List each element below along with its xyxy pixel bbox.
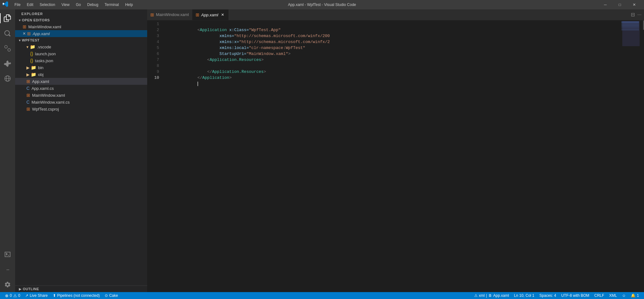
attr-xclass: x:Class= bbox=[227, 28, 249, 32]
minimap bbox=[621, 20, 640, 292]
settings-activity-icon[interactable] bbox=[0, 277, 15, 292]
outline-chevron: ▶ bbox=[19, 287, 22, 291]
tasks-json-file[interactable]: {} tasks.json bbox=[15, 57, 147, 64]
status-notifications[interactable]: 🔔 1 bbox=[628, 292, 641, 299]
open-editor-mainwindow[interactable]: ⊞ MainWindow.xaml bbox=[15, 23, 147, 30]
bin-expand-icon: ▶ bbox=[26, 65, 30, 70]
open-editor-mainwindow-name: MainWindow.xaml bbox=[28, 24, 61, 29]
line-numbers: 1 2 3 4 5 6 7 8 9 10 bbox=[147, 20, 163, 292]
cake-label: Cake bbox=[109, 293, 118, 298]
status-errors[interactable]: ⊗ 0 ⚠ 0 bbox=[3, 292, 23, 299]
wpftest-header[interactable]: ▾ WPFTEST bbox=[15, 37, 147, 43]
remote-activity-icon[interactable] bbox=[0, 71, 15, 86]
terminal-activity-icon[interactable] bbox=[0, 247, 15, 262]
obj-folder[interactable]: ▶ 📁 obj bbox=[15, 71, 147, 78]
status-smiley[interactable]: ☺ bbox=[619, 292, 628, 299]
menu-terminal[interactable]: Terminal bbox=[102, 2, 121, 8]
sep: | bbox=[486, 293, 487, 298]
mainwindow-cs-name: MainWindow.xaml.cs bbox=[31, 100, 69, 105]
tab-mainwindow[interactable]: ⊞ MainWindow.xaml bbox=[147, 9, 192, 20]
minimize-button[interactable]: ─ bbox=[598, 0, 613, 9]
menu-help[interactable]: Help bbox=[123, 2, 136, 8]
source-control-activity-icon[interactable] bbox=[0, 41, 15, 56]
text-cursor bbox=[197, 82, 198, 86]
menu-file[interactable]: File bbox=[12, 2, 23, 8]
status-spaces[interactable]: Spaces: 4 bbox=[537, 292, 558, 299]
status-xmllang[interactable]: ⚠ xml | 🗎 App.xaml bbox=[472, 292, 512, 299]
csproj-icon: ⊞ bbox=[26, 106, 30, 111]
titlebar-window-controls: ─ □ ✕ bbox=[598, 0, 641, 9]
mainwindow-xaml-file[interactable]: ⊞ MainWindow.xaml bbox=[15, 92, 147, 99]
menu-edit[interactable]: Edit bbox=[24, 2, 36, 8]
warning-icon: ⚠ bbox=[13, 293, 17, 298]
mainwindow-xaml-name: MainWindow.xaml bbox=[32, 93, 65, 98]
main-container: ··· EXPLORER ▾ OPEN EDITORS ⊞ MainWindow… bbox=[0, 9, 644, 299]
file-tree: ▾ 📁 .vscode {} launch.json {} tasks.json… bbox=[15, 43, 147, 285]
open-editor-appxaml[interactable]: ✕ ⊞ App.xaml bbox=[15, 30, 147, 37]
tab-close-button[interactable]: ✕ bbox=[220, 12, 225, 17]
menu-view[interactable]: View bbox=[59, 2, 72, 8]
extensions-activity-icon[interactable] bbox=[0, 56, 15, 71]
status-pipelines[interactable]: ⬆ Pipelines (not connected) bbox=[50, 292, 102, 299]
more-tabs-button[interactable]: ··· bbox=[637, 12, 641, 18]
explorer-activity-icon[interactable] bbox=[0, 11, 15, 26]
status-liveshare[interactable]: ↗ Live Share bbox=[23, 292, 50, 299]
code-editor[interactable]: <Application x:Class="WpfTest.App" xmlns… bbox=[163, 20, 621, 292]
status-position[interactable]: Ln 10, Col 1 bbox=[512, 292, 537, 299]
attr-xmlnsx: xmlns:x= bbox=[197, 40, 239, 44]
bin-folder-icon: 📁 bbox=[31, 65, 36, 70]
tabs-right-controls: ⊟ ··· bbox=[628, 9, 644, 20]
workspace: ··· EXPLORER ▾ OPEN EDITORS ⊞ MainWindow… bbox=[0, 9, 644, 292]
tag-application: Application bbox=[200, 28, 227, 32]
tabs-bar: ⊞ MainWindow.xaml ⊞ App.xaml ✕ ⊟ ··· bbox=[147, 9, 644, 20]
more-activity-icon[interactable]: ··· bbox=[0, 262, 15, 277]
menu-selection[interactable]: Selection bbox=[37, 2, 58, 8]
attr-xmlnslocal: xmlns:local= bbox=[197, 46, 249, 50]
spaces-label: Spaces: 4 bbox=[539, 293, 556, 298]
close-file-icon[interactable]: ✕ bbox=[23, 31, 26, 36]
outline-header[interactable]: ▶ OUTLINE bbox=[15, 286, 147, 292]
titlebar-menu: File Edit Selection View Go Debug Termin… bbox=[12, 2, 136, 8]
bin-folder[interactable]: ▶ 📁 bin bbox=[15, 64, 147, 71]
menu-debug[interactable]: Debug bbox=[85, 2, 101, 8]
tab-mainwindow-label: MainWindow.xaml bbox=[156, 12, 189, 17]
xml-lang-label: xml bbox=[479, 293, 485, 298]
error-icon: ⊗ bbox=[5, 293, 8, 298]
vscode-folder[interactable]: ▾ 📁 .vscode bbox=[15, 43, 147, 50]
tag-application-close: Application bbox=[202, 75, 229, 80]
titlebar: File Edit Selection View Go Debug Termin… bbox=[0, 0, 644, 9]
search-activity-icon[interactable] bbox=[0, 26, 15, 41]
menu-go[interactable]: Go bbox=[73, 2, 83, 8]
notification-count: 1 bbox=[637, 293, 639, 298]
file-icon: 🗎 bbox=[488, 293, 492, 298]
close-button[interactable]: ✕ bbox=[627, 0, 641, 9]
titlebar-left: File Edit Selection View Go Debug Termin… bbox=[3, 1, 136, 8]
line-num-3: 3 bbox=[157, 33, 159, 39]
status-encoding[interactable]: UTF-8 with BOM bbox=[559, 292, 592, 299]
appxamlcs-name: App.xaml.cs bbox=[31, 86, 54, 91]
status-language[interactable]: XML bbox=[607, 292, 619, 299]
mainwindow-cs-file[interactable]: C MainWindow.xaml.cs bbox=[15, 99, 147, 106]
code-line-10 bbox=[168, 75, 621, 81]
line-num-9: 9 bbox=[157, 69, 159, 75]
code-line-8: </Application.Resources> bbox=[168, 63, 621, 69]
outline-section: ▶ OUTLINE bbox=[15, 285, 147, 292]
bracket-3: < bbox=[207, 57, 210, 62]
open-editors-header[interactable]: ▾ OPEN EDITORS bbox=[15, 17, 147, 23]
tab-appxaml[interactable]: ⊞ App.xaml ✕ bbox=[192, 9, 229, 20]
appxaml-file[interactable]: ⊞ App.xaml bbox=[15, 78, 147, 85]
line-num-6: 6 bbox=[157, 51, 159, 57]
split-editor-button[interactable]: ⊟ bbox=[631, 12, 635, 18]
appxaml-file-name: App.xaml bbox=[32, 79, 49, 84]
tasks-json-name: tasks.json bbox=[35, 58, 53, 63]
maximize-button[interactable]: □ bbox=[613, 0, 627, 9]
pipelines-icon: ⬆ bbox=[53, 293, 56, 298]
titlebar-title: App.xaml - WpfTest - Visual Studio Code bbox=[288, 3, 356, 7]
appxamlcs-file[interactable]: C App.xaml.cs bbox=[15, 85, 147, 92]
editor-scrollbar[interactable] bbox=[640, 20, 644, 292]
open-editors-chevron: ▾ bbox=[19, 19, 21, 22]
launch-json-file[interactable]: {} launch.json bbox=[15, 50, 147, 57]
status-lineending[interactable]: CRLF bbox=[592, 292, 607, 299]
status-cake[interactable]: ⊙ Cake bbox=[102, 292, 120, 299]
csproj-file[interactable]: ⊞ WpfTest.csproj bbox=[15, 106, 147, 112]
